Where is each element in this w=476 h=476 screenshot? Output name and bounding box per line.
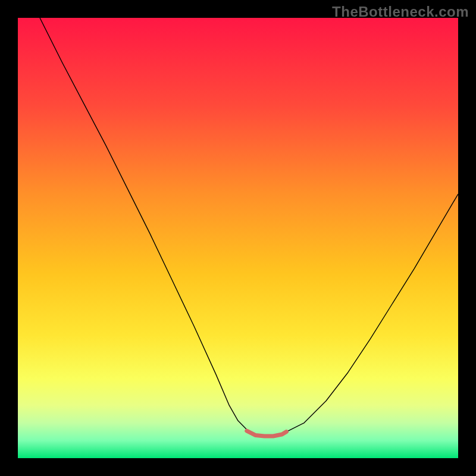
plot-area <box>18 18 458 458</box>
chart-frame: TheBottleneck.com <box>0 0 476 476</box>
gradient-background <box>18 18 458 458</box>
bottleneck-chart <box>18 18 458 458</box>
watermark-text: TheBottleneck.com <box>332 4 469 20</box>
